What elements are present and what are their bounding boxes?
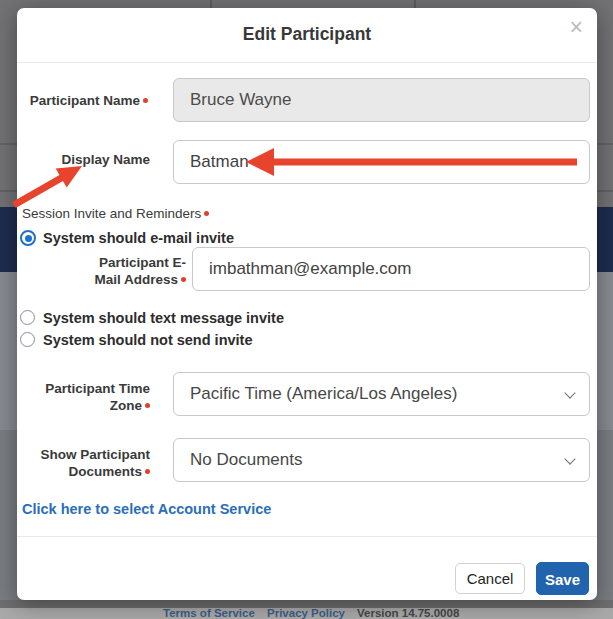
display-name-label-text: Display Name [61, 152, 150, 167]
required-dot [181, 277, 186, 282]
timezone-select[interactable]: Pacific Time (America/Los Angeles) [173, 372, 590, 416]
participant-name-input [173, 78, 590, 122]
cancel-button[interactable]: Cancel [455, 563, 525, 594]
dialog-body: Participant Name Display Name Session In… [17, 63, 597, 600]
display-name-input[interactable] [173, 140, 590, 184]
privacy-policy-link[interactable]: Privacy Policy [267, 607, 345, 619]
email-label-line2: Mail Address [94, 272, 178, 287]
account-service-link[interactable]: Click here to select Account Service [22, 501, 271, 517]
timezone-selected-value: Pacific Time (America/Los Angeles) [190, 384, 457, 404]
chevron-down-icon [564, 453, 575, 464]
radio-selected-icon[interactable] [20, 230, 36, 246]
dialog-header: Edit Participant × [17, 8, 597, 63]
display-name-label: Display Name [17, 151, 150, 168]
radio-option-label[interactable]: System should e-mail invite [43, 230, 234, 246]
timezone-label: Participant Time Zone [17, 380, 150, 414]
invite-group-label: Session Invite and Reminders [22, 206, 209, 221]
documents-label-line1: Show Participant [40, 447, 150, 462]
chevron-down-icon [564, 387, 575, 398]
documents-select[interactable]: No Documents [173, 438, 590, 482]
email-label: Participant E- Mail Address [57, 254, 186, 288]
required-dot [204, 211, 209, 216]
version-text: Version 14.75.0008 [357, 607, 459, 619]
dialog-footer: Cancel Save [17, 536, 597, 601]
terms-of-service-link[interactable]: Terms of Service [163, 607, 255, 619]
backdrop-divider [414, 0, 416, 8]
required-dot [145, 403, 150, 408]
radio-unselected-icon[interactable] [20, 310, 35, 325]
email-label-line1: Participant E- [99, 255, 186, 270]
close-icon[interactable]: × [570, 16, 583, 39]
documents-selected-value: No Documents [190, 450, 302, 470]
radio-unselected-icon[interactable] [20, 332, 35, 347]
timezone-label-line1: Participant Time [45, 381, 150, 396]
participant-name-label: Participant Name [17, 92, 148, 109]
radio-option-label[interactable]: System should not send invite [43, 332, 252, 348]
edit-participant-dialog: Edit Participant × Participant Name Disp… [17, 8, 597, 600]
documents-label-line2: Documents [68, 464, 142, 479]
invite-group-label-text: Session Invite and Reminders [22, 206, 201, 221]
backdrop-divider [210, 0, 212, 8]
email-input[interactable] [192, 247, 590, 291]
radio-option-label[interactable]: System should text message invite [43, 310, 284, 326]
dialog-title: Edit Participant [17, 24, 597, 45]
required-dot [143, 98, 148, 103]
documents-label: Show Participant Documents [17, 446, 150, 480]
save-button[interactable]: Save [536, 562, 589, 595]
required-dot [145, 469, 150, 474]
timezone-label-line2: Zone [110, 398, 142, 413]
participant-name-label-text: Participant Name [30, 93, 140, 108]
